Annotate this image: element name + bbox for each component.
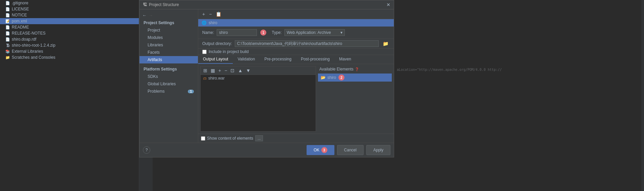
output-dir-label: Output directory:: [202, 41, 232, 46]
callout-2: 2: [338, 75, 344, 81]
platform-settings-header: Platform Settings: [140, 65, 198, 73]
project-structure-dialog: 🏗 Project Structure ✕ ← → Project Settin…: [139, 0, 394, 157]
war-item-label: shiro.war: [208, 76, 225, 81]
back-button[interactable]: ←: [142, 13, 147, 18]
available-elements-panel: Available Elements ❓ 📂 shiro 2: [318, 66, 392, 132]
file-tree-item[interactable]: 📄 shiro.doap.rdf: [0, 36, 139, 42]
artifact-header: Name: 1 Type: Web Application: Archive ▾: [198, 27, 394, 39]
show-content-checkbox[interactable]: [201, 136, 205, 141]
layout-expand-icon[interactable]: ⊡: [229, 67, 236, 74]
file-tree-item[interactable]: 📄 .gitignore: [0, 0, 139, 6]
help-button[interactable]: ?: [143, 146, 150, 154]
layout-grid-icon[interactable]: ⊞: [202, 67, 209, 74]
file-tree-item[interactable]: 📄 RELEASE-NOTES: [0, 30, 139, 36]
nav-item-sdks[interactable]: SDKs: [140, 73, 198, 80]
show-content-label: Show content of elements: [207, 136, 253, 141]
tab-preprocessing[interactable]: Pre-processing: [260, 55, 296, 64]
nav-item-artifacts[interactable]: Artifacts: [140, 56, 198, 63]
file-tree-item[interactable]: 📄 LICENSE: [0, 6, 139, 12]
available-item-name: shiro: [327, 75, 336, 80]
nav-item-problems[interactable]: Problems 1: [140, 88, 198, 95]
layout-down-icon[interactable]: ▼: [245, 67, 252, 74]
code-line: aLocation="http://maven.apache.org/POM/4…: [397, 1, 639, 71]
available-label-text: Available Elements: [319, 67, 354, 71]
layout-remove-icon[interactable]: −: [223, 67, 228, 74]
include-row: Include in project build: [198, 49, 394, 55]
nav-item-libraries[interactable]: Libraries: [140, 41, 198, 49]
tab-output-layout[interactable]: Output Layout: [198, 55, 233, 64]
tab-postprocessing[interactable]: Post-processing: [296, 55, 334, 64]
include-build-checkbox[interactable]: [202, 50, 207, 54]
file-icon: 📄: [5, 25, 10, 30]
dialog-sidebar: ← → Project Settings Project Modules Lib…: [140, 9, 198, 143]
nav-item-global-libraries[interactable]: Global Libraries: [140, 80, 198, 88]
layout-columns-icon[interactable]: ▦: [209, 67, 216, 74]
footer-buttons: OK 3 Cancel Apply: [307, 145, 390, 155]
copy-artifact-icon[interactable]: 📋: [214, 11, 223, 17]
artifact-item-name: shiro: [209, 20, 217, 25]
file-tree-item[interactable]: 📄 NOTICE: [0, 12, 139, 18]
artifact-shiro-item[interactable]: 🌐 shiro: [198, 19, 394, 27]
scratches-label: Scratches and Consoles: [12, 55, 55, 60]
file-tree-item[interactable]: 📄 README: [0, 24, 139, 30]
dialog-titlebar: 🏗 Project Structure ✕: [140, 0, 394, 9]
file-icon: 📄: [5, 7, 10, 11]
dialog-overlay: 🏗 Project Structure ✕ ← → Project Settin…: [139, 0, 644, 191]
tab-validation[interactable]: Validation: [233, 55, 260, 64]
close-button[interactable]: ✕: [386, 2, 390, 7]
ext-lib-icon: 📚: [5, 49, 10, 54]
name-input[interactable]: [217, 29, 257, 36]
nav-item-facets[interactable]: Facets: [140, 49, 198, 56]
layout-war-item[interactable]: 🗃 shiro.war: [201, 75, 316, 82]
show-content-row: Show content of elements: [201, 136, 253, 141]
file-tree-item-scratches[interactable]: 📁 Scratches and Consoles: [0, 54, 139, 60]
file-tree-item-ext[interactable]: 📚 External Libraries: [0, 48, 139, 54]
module-folder-icon: 📂: [321, 75, 326, 80]
problems-badge: 1: [188, 90, 194, 93]
type-select[interactable]: Web Application: Archive ▾: [284, 29, 345, 36]
project-settings-header: Project Settings: [140, 19, 198, 27]
type-value: Web Application: Archive: [287, 30, 331, 35]
add-artifact-icon[interactable]: +: [201, 11, 206, 17]
type-label: Type:: [272, 30, 281, 35]
project-structure-icon: 🏗: [143, 2, 147, 7]
problems-label: Problems: [148, 89, 165, 94]
include-build-label: Include in project build: [209, 49, 249, 54]
output-dir-input[interactable]: [235, 40, 379, 47]
available-shiro-item[interactable]: 📂 shiro 2: [318, 74, 392, 82]
file-tree-panel: 📄 .gitignore 📄 LICENSE 📄 NOTICE 📝 pom.xm…: [0, 0, 139, 191]
nav-item-project[interactable]: Project: [140, 27, 198, 34]
file-icon: 📄: [5, 37, 10, 42]
dialog-footer: ? OK 3 Cancel Apply: [140, 143, 394, 157]
artifact-toolbar: + − 📋: [198, 9, 394, 19]
scrollbar[interactable]: [641, 0, 644, 191]
dialog-title-text: Project Structure: [149, 2, 179, 7]
type-field-row: Type: Web Application: Archive ▾: [272, 29, 344, 36]
war-icon: 🗃: [203, 77, 207, 80]
file-tree-item-pom[interactable]: 📝 pom.xml: [0, 18, 139, 24]
layout-up-icon[interactable]: ▲: [236, 67, 244, 74]
dialog-title: 🏗 Project Structure: [143, 2, 179, 7]
file-icon: 📄: [5, 1, 10, 5]
remove-artifact-icon[interactable]: −: [208, 11, 213, 17]
forward-button[interactable]: →: [149, 13, 153, 18]
callout-3: 3: [321, 147, 327, 153]
name-field-row: Name: 1: [202, 29, 266, 36]
cancel-button[interactable]: Cancel: [337, 145, 364, 155]
code-area-right: aLocation="http://maven.apache.org/POM/4…: [394, 0, 641, 191]
artifact-details: Name: 1 Type: Web Application: Archive ▾: [198, 27, 394, 143]
apply-button[interactable]: Apply: [366, 145, 390, 155]
tab-maven[interactable]: Maven: [334, 55, 356, 64]
more-button[interactable]: ...: [255, 135, 263, 141]
file-tree-item-zip[interactable]: 🗜 shiro-shiro-root-1.2.4.zip: [0, 42, 139, 48]
artifact-item-icon: 🌐: [202, 20, 207, 25]
dialog-body: ← → Project Settings Project Modules Lib…: [140, 9, 394, 143]
ok-button[interactable]: OK 3: [307, 145, 334, 155]
layout-add-icon[interactable]: +: [217, 67, 222, 74]
output-dir-row: Output directory: 📁: [198, 39, 394, 49]
browse-dir-icon[interactable]: 📁: [381, 40, 390, 47]
bottom-row: Show content of elements ...: [198, 134, 394, 143]
nav-item-modules[interactable]: Modules: [140, 34, 198, 41]
zip-icon: 🗜: [5, 43, 10, 47]
file-icon: 📄: [5, 13, 10, 17]
